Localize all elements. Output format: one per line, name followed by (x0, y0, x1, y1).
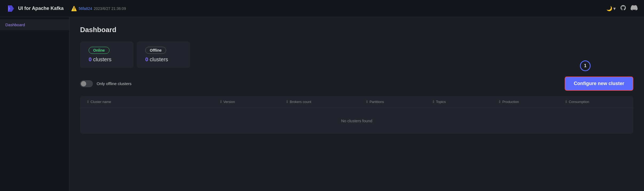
col-partitions[interactable]: ⇕ Partitions (363, 96, 430, 108)
page-title: Dashboard (80, 26, 633, 34)
sort-icon-production: ⇕ (498, 100, 501, 104)
sort-icon-brokers: ⇕ (286, 100, 289, 104)
warning-badge: ⚠️ 56fa824 2023/6/27 21:36:09 (71, 6, 126, 12)
configure-new-cluster-button[interactable]: Configure new cluster (565, 77, 633, 91)
theme-toggle-button[interactable]: 🌙 ▾ (606, 6, 616, 12)
controls-left: Only offline clusters (80, 80, 132, 87)
warning-icon: ⚠️ (71, 6, 77, 12)
sort-icon-consumption: ⇕ (565, 100, 568, 104)
github-icon[interactable] (620, 5, 626, 13)
sidebar: Dashboard (0, 17, 69, 191)
stats-row: Online 0 clusters Offline 0 clusters (80, 41, 633, 68)
table-header: ⇕ Cluster name ⇕ Version ⇕ Brokers count… (80, 96, 633, 108)
offline-only-label: Only offline clusters (97, 81, 132, 86)
table-empty-message: No clusters found (80, 108, 633, 134)
offline-count: 0 clusters (145, 56, 182, 63)
moon-icon: 🌙 (606, 6, 612, 12)
toggle-thumb (81, 81, 86, 86)
sort-icon-topics: ⇕ (432, 100, 435, 104)
topnav-left: UI for Apache Kafka ⚠️ 56fa824 2023/6/27… (6, 4, 126, 13)
sort-icon-cluster-name: ⇕ (87, 100, 89, 104)
offline-clusters-card: Offline 0 clusters (137, 41, 190, 68)
chevron-down-icon: ▾ (613, 6, 616, 12)
controls-row: Only offline clusters 1 Configure new cl… (80, 77, 633, 91)
col-brokers-count[interactable]: ⇕ Brokers count (284, 96, 363, 108)
logo-icon (6, 4, 15, 13)
main-content: Dashboard Online 0 clusters Offline 0 cl… (69, 17, 644, 191)
timestamp: 2023/6/27 21:36:09 (94, 6, 126, 11)
sort-icon-version: ⇕ (219, 100, 222, 104)
online-clusters-card: Online 0 clusters (80, 41, 133, 68)
layout: Dashboard Dashboard Online 0 clusters Of… (0, 17, 644, 191)
col-consumption[interactable]: ⇕ Consumption (563, 96, 629, 108)
col-production[interactable]: ⇕ Production (496, 96, 563, 108)
topnav: UI for Apache Kafka ⚠️ 56fa824 2023/6/27… (0, 0, 644, 17)
app-title: UI for Apache Kafka (18, 6, 64, 11)
col-version[interactable]: ⇕ Version (217, 96, 284, 108)
col-cluster-name[interactable]: ⇕ Cluster name (84, 96, 217, 108)
commit-hash[interactable]: 56fa824 (78, 6, 92, 11)
online-badge: Online (89, 47, 109, 54)
online-count-suffix: clusters (93, 56, 112, 62)
offline-count-num: 0 (145, 56, 148, 62)
online-count: 0 clusters (89, 56, 125, 63)
topnav-right: 🌙 ▾ (606, 4, 638, 13)
online-count-num: 0 (89, 56, 92, 62)
sidebar-item-dashboard[interactable]: Dashboard (0, 19, 69, 30)
sort-icon-partitions: ⇕ (366, 100, 368, 104)
clusters-table: ⇕ Cluster name ⇕ Version ⇕ Brokers count… (80, 96, 633, 134)
col-topics[interactable]: ⇕ Topics (430, 96, 496, 108)
toggle-track (80, 80, 93, 87)
discord-icon[interactable] (631, 4, 638, 13)
step-badge: 1 (580, 60, 591, 71)
offline-only-toggle[interactable] (80, 80, 93, 87)
offline-count-suffix: clusters (150, 56, 168, 62)
offline-badge: Offline (145, 47, 166, 54)
